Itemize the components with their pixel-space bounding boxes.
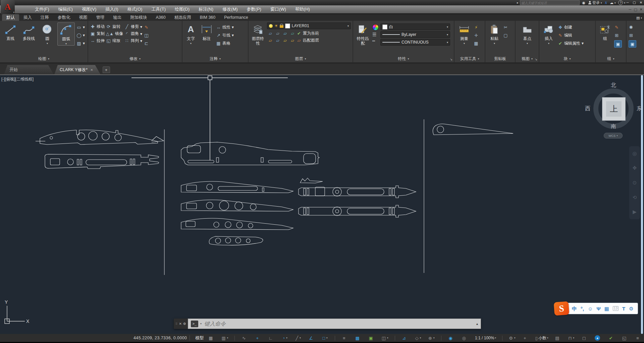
- object-snap-toggle[interactable]: □▾: [321, 335, 329, 341]
- isometric-drafting-toggle[interactable]: ╱▾: [294, 335, 302, 341]
- layer-thaw-button[interactable]: ▱: [282, 39, 288, 43]
- drag-grip-icon[interactable]: ⠿: [175, 322, 178, 326]
- quick-properties-toggle[interactable]: ▤: [554, 335, 561, 341]
- nav-orbit-icon[interactable]: ⟲: [633, 194, 637, 201]
- viewcube-east[interactable]: 东: [637, 105, 642, 112]
- leader-button[interactable]: ↗引线▾: [216, 32, 234, 38]
- paste-button[interactable]: 粘贴▾: [487, 22, 501, 45]
- arc-button[interactable]: 圆弧▾: [57, 22, 75, 46]
- linear-dimension-button[interactable]: ↔线性▾: [216, 24, 234, 30]
- doc-minimize-button[interactable]: ─: [629, 7, 632, 11]
- nav-zoom-icon[interactable]: ⊙: [633, 180, 637, 186]
- offset-button[interactable]: ⊏: [144, 40, 149, 46]
- annotation-autoscale-toggle[interactable]: ◎: [461, 335, 468, 341]
- close-button[interactable]: ✕: [639, 0, 643, 5]
- tab-parametric[interactable]: 参数化: [53, 14, 75, 21]
- rib-top-left[interactable]: [36, 130, 164, 145]
- layer-off-button[interactable]: ▱: [267, 32, 274, 36]
- lineweight-toggle[interactable]: ≡: [341, 335, 348, 341]
- tab-performance[interactable]: Performance: [220, 14, 253, 21]
- rib-stack-3[interactable]: [181, 218, 293, 230]
- insert-block-button[interactable]: 插入▾: [541, 22, 556, 45]
- extra-tool-1-button[interactable]: ❋: [629, 24, 634, 30]
- help-search-input[interactable]: [520, 0, 580, 5]
- airfoil-top-right[interactable]: [433, 124, 513, 135]
- rib-stack-2[interactable]: [181, 200, 293, 211]
- menu-item[interactable]: 插入(I): [105, 6, 118, 12]
- lineweight-icon[interactable]: ☰: [372, 32, 377, 37]
- menu-item[interactable]: 工具(T): [151, 6, 166, 12]
- polar-tracking-toggle[interactable]: ◔▾: [281, 335, 288, 341]
- dynamic-ucs-toggle[interactable]: ⊿: [401, 335, 408, 341]
- layer-freeze-button[interactable]: ▱: [282, 32, 288, 36]
- panel-label-layers[interactable]: 图层▾: [249, 55, 353, 62]
- circle-button[interactable]: 圆▾: [39, 22, 56, 45]
- command-input[interactable]: [204, 321, 474, 327]
- trim-button[interactable]: ╱修剪▾: [124, 24, 142, 30]
- color-dropdown[interactable]: 白 ▾: [380, 23, 450, 30]
- minimize-button[interactable]: ─: [625, 0, 630, 5]
- layer-dropdown[interactable]: ☀ LAYER01 ▾: [267, 22, 351, 29]
- search-icon[interactable]: ◉: [582, 1, 586, 5]
- infer-constraints-toggle[interactable]: ∿: [241, 335, 248, 341]
- group-add-remove-button[interactable]: ⊞: [614, 32, 619, 38]
- osnap-tracking-toggle[interactable]: ∠: [308, 335, 315, 341]
- model-space-button[interactable]: 模型: [193, 335, 206, 341]
- viewcube-west[interactable]: 西: [585, 105, 590, 112]
- fullscreen-toggle[interactable]: ◱: [621, 335, 629, 341]
- viewcube[interactable]: 上 北 南 西 东: [590, 81, 637, 130]
- tab-bim360[interactable]: BIM 360: [196, 14, 220, 21]
- lock-ui-button[interactable]: ⊓▾: [568, 335, 575, 341]
- quick-select-button[interactable]: ⚡: [474, 24, 479, 30]
- scale-button[interactable]: ◱缩放: [106, 38, 123, 44]
- menu-item[interactable]: 视图(V): [82, 6, 96, 12]
- spar-right-1[interactable]: [299, 186, 416, 198]
- panel-label-clipboard[interactable]: 剪贴板: [485, 55, 515, 62]
- table-button[interactable]: ▦表格: [216, 40, 230, 46]
- grid-display-toggle[interactable]: ▦: [208, 335, 215, 341]
- menu-item[interactable]: 文件(F): [35, 6, 49, 12]
- sign-in-button[interactable]: 登录 ▾: [588, 1, 602, 5]
- linetype-dropdown[interactable]: CONTINUOUS ▾: [380, 39, 450, 46]
- menu-item[interactable]: 修改(M): [222, 6, 238, 12]
- stretch-button[interactable]: ↔拉伸: [90, 38, 105, 44]
- command-dock-handle[interactable]: ⠿ ✕ ⚙: [174, 319, 188, 329]
- ellipse-button[interactable]: ◯▾: [76, 32, 85, 38]
- rib-stack-1[interactable]: [181, 181, 293, 193]
- explode-button[interactable]: ◫: [144, 32, 149, 38]
- panel-label-annotate[interactable]: 注释▾: [182, 55, 248, 62]
- cut-button[interactable]: ✂: [503, 24, 508, 30]
- nav-showmotion-icon[interactable]: ▶: [633, 209, 637, 215]
- erase-button[interactable]: ✎: [144, 24, 149, 30]
- gizmo-toggle[interactable]: ⊕▾: [428, 335, 435, 341]
- menu-item[interactable]: 窗口(W): [270, 6, 286, 12]
- text-button[interactable]: A 文字▾: [184, 22, 197, 45]
- new-drawing-tab-button[interactable]: +: [103, 66, 110, 73]
- tab-a360[interactable]: A360: [152, 14, 170, 21]
- doc-restore-button[interactable]: ▢: [634, 7, 637, 12]
- viewcube-north[interactable]: 北: [590, 82, 637, 89]
- annotation-monitor-toggle[interactable]: +: [522, 335, 529, 341]
- group-edit-button[interactable]: ✎: [614, 24, 619, 30]
- copy-clip-button[interactable]: ▢: [503, 32, 508, 38]
- group-button[interactable]: 组: [598, 22, 612, 41]
- hatch-button[interactable]: ▨▾: [76, 40, 85, 46]
- doc-close-button[interactable]: ✕: [640, 7, 643, 12]
- tab-featured-apps[interactable]: 精选应用: [170, 14, 196, 21]
- ime-mic-icon[interactable]: Ψ: [597, 306, 601, 311]
- workspace-switch-button[interactable]: ⚙▾: [508, 335, 516, 341]
- transparency-toggle[interactable]: ▩: [355, 335, 362, 341]
- command-history-expand-icon[interactable]: ▴: [476, 322, 478, 326]
- copy-button[interactable]: ▣复制: [90, 31, 105, 37]
- layer-lock-button[interactable]: ▱: [289, 32, 296, 36]
- isolate-objects-button[interactable]: ◻: [581, 335, 588, 341]
- osnap-3d-toggle[interactable]: ◫▾: [381, 335, 389, 341]
- panel-label-properties[interactable]: 特性▾↘: [353, 55, 454, 62]
- panel-label-draw[interactable]: 绘图▾: [0, 55, 88, 62]
- linetype-icon[interactable]: ┅: [372, 39, 375, 43]
- drawing-tab[interactable]: CLARK Y修改* ✕: [54, 65, 101, 74]
- view-dialog-launcher[interactable]: ↘: [535, 58, 537, 61]
- extra-tool-3-button[interactable]: ▣: [629, 40, 636, 48]
- command-customize-icon[interactable]: ⚙: [183, 322, 186, 326]
- graphics-performance-toggle[interactable]: ◕: [594, 335, 602, 341]
